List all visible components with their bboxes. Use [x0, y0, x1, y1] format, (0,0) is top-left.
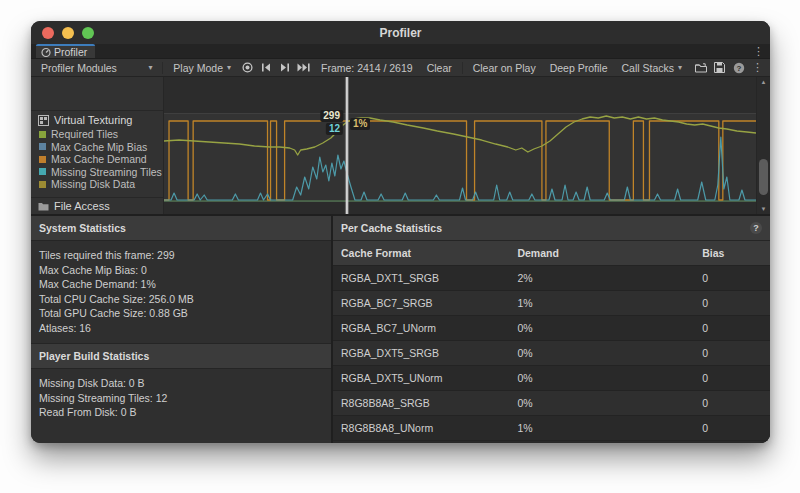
- cache-format-cell: RGBA_BC7_UNorm: [341, 322, 436, 334]
- help-icon[interactable]: ?: [750, 222, 762, 234]
- clear-on-play-label: Clear on Play: [473, 62, 536, 74]
- call-stacks-dropdown[interactable]: Call Stacks ▾: [615, 60, 688, 75]
- module-label: Virtual Texturing: [54, 114, 132, 126]
- bias-cell: 0: [702, 272, 708, 284]
- cache-format-cell: RGBA_DXT5_UNorm: [341, 372, 443, 384]
- legend-color-swatch: [39, 131, 46, 138]
- chevron-down-icon: ▾: [678, 63, 682, 72]
- zoom-button[interactable]: [82, 27, 94, 39]
- table-row[interactable]: RGBA_BC7_SRGB1%0: [333, 291, 770, 316]
- legend-label: Max Cache Demand: [51, 153, 147, 165]
- demand-cell: 1%: [517, 297, 532, 309]
- legend-item[interactable]: Required Tiles: [39, 128, 163, 141]
- chart-vertical-scrollbar[interactable]: ▲ ▼: [756, 77, 770, 214]
- legend-item[interactable]: Max Cache Demand: [39, 153, 163, 166]
- demand-cell: 1%: [517, 422, 532, 434]
- table-row[interactable]: R8G8B8A8_UNorm1%0: [333, 416, 770, 441]
- close-button[interactable]: [42, 27, 54, 39]
- stat-line: Read From Disk: 0 B: [39, 405, 323, 420]
- save-icon[interactable]: [711, 60, 728, 75]
- table-row[interactable]: R8G8B8A8_SRGB0%0: [333, 391, 770, 416]
- chevron-down-icon: ▾: [148, 63, 152, 72]
- player-build-statistics-header: Player Build Statistics: [31, 344, 331, 369]
- demand-cell: 0%: [517, 372, 532, 384]
- next-frame-button[interactable]: [277, 60, 294, 75]
- clear-button[interactable]: Clear: [421, 60, 458, 75]
- toolbar: Profiler Modules ▾ Play Mode ▾ Frame: 24…: [31, 59, 770, 77]
- per-cache-statistics-panel: Per Cache Statistics ? Cache Format Dema…: [333, 216, 770, 443]
- legend-label: Missing Streaming Tiles: [51, 166, 162, 178]
- profiler-window: Profiler Profiler ⋮ Profiler Modules ▾ P…: [31, 21, 770, 443]
- current-frame-button[interactable]: [296, 60, 313, 75]
- player-build-statistics-body: Missing Disk Data: 0 BMissing Streaming …: [31, 369, 331, 443]
- cache-format-cell: RGBA_DXT5_SRGB: [341, 347, 439, 359]
- minimize-button[interactable]: [62, 27, 74, 39]
- scrollbar-thumb[interactable]: [759, 159, 768, 195]
- cache-table-rows: RGBA_DXT1_SRGB2%0RGBA_BC7_SRGB1%0RGBA_BC…: [333, 266, 770, 441]
- vt-chart-svg: [164, 77, 756, 214]
- module-header-file-access[interactable]: File Access: [31, 197, 163, 214]
- stat-line: Missing Disk Data: 0 B: [39, 376, 323, 391]
- scroll-down-icon[interactable]: ▼: [757, 206, 770, 212]
- load-icon[interactable]: [692, 60, 709, 75]
- folder-icon: [38, 202, 49, 211]
- clear-on-play-toggle[interactable]: Clear on Play: [467, 60, 542, 75]
- traffic-lights: [42, 27, 94, 39]
- table-row[interactable]: RGBA_BC7_UNorm0%0: [333, 316, 770, 341]
- panel-title: Player Build Statistics: [39, 350, 149, 362]
- record-button[interactable]: [239, 60, 256, 75]
- help-icon[interactable]: ?: [730, 60, 747, 75]
- cache-format-cell: R8G8B8A8_SRGB: [341, 397, 430, 409]
- module-details: System Statistics Tiles required this fr…: [31, 214, 770, 443]
- profiler-modules-label: Profiler Modules: [41, 62, 117, 74]
- legend-item[interactable]: Max Cache Mip Bias: [39, 141, 163, 154]
- bias-cell: 0: [702, 372, 708, 384]
- cache-format-cell: RGBA_DXT1_SRGB: [341, 272, 439, 284]
- toolbar-kebab-menu-icon[interactable]: ⋮: [749, 60, 766, 75]
- panel-title: Per Cache Statistics: [341, 222, 442, 234]
- titlebar: Profiler: [31, 21, 770, 44]
- chevron-down-icon: ▾: [227, 63, 231, 72]
- module-header-virtual-texturing[interactable]: Virtual Texturing: [31, 111, 163, 128]
- legend-color-swatch: [39, 181, 46, 188]
- tab-profiler[interactable]: Profiler: [36, 44, 95, 58]
- vt-legend: Required TilesMax Cache Mip BiasMax Cach…: [31, 128, 163, 191]
- legend-color-swatch: [39, 168, 46, 175]
- legend-item[interactable]: Missing Disk Data: [39, 178, 163, 191]
- previous-frame-button[interactable]: [258, 60, 275, 75]
- panel-title: System Statistics: [39, 222, 126, 234]
- profiler-gauge-icon: [41, 47, 51, 57]
- bias-cell: 0: [702, 397, 708, 409]
- vt-chart[interactable]: 299121%: [164, 77, 756, 214]
- toolbar-separator: [162, 62, 163, 74]
- profiler-modules-dropdown[interactable]: Profiler Modules ▾: [35, 60, 158, 75]
- deep-profile-toggle[interactable]: Deep Profile: [544, 60, 614, 75]
- playhead-value-label: 299: [320, 110, 343, 122]
- per-cache-statistics-header: Per Cache Statistics ?: [333, 216, 770, 241]
- scroll-up-icon[interactable]: ▲: [757, 79, 770, 85]
- demand-cell: 0%: [517, 322, 532, 334]
- table-row[interactable]: RGBA_DXT5_UNorm0%0: [333, 366, 770, 391]
- stat-line: Total CPU Cache Size: 256.0 MB: [39, 292, 323, 307]
- table-filler: [333, 441, 770, 443]
- bias-cell: 0: [702, 297, 708, 309]
- table-row[interactable]: RGBA_DXT5_SRGB0%0: [333, 341, 770, 366]
- cache-table-header[interactable]: Cache Format Demand Bias: [333, 241, 770, 266]
- tab-menu-kebab-icon[interactable]: ⋮: [753, 44, 764, 58]
- play-mode-label: Play Mode: [173, 62, 223, 74]
- playhead-value-label: 12: [326, 123, 343, 135]
- column-demand[interactable]: Demand: [517, 247, 558, 259]
- stat-line: Missing Streaming Tiles: 12: [39, 391, 323, 406]
- module-label: File Access: [54, 200, 110, 212]
- legend-color-swatch: [39, 156, 46, 163]
- legend-label: Required Tiles: [51, 128, 118, 140]
- table-row[interactable]: RGBA_DXT1_SRGB2%0: [333, 266, 770, 291]
- column-cache-format[interactable]: Cache Format: [341, 247, 411, 259]
- tab-bar: Profiler ⋮: [31, 44, 770, 59]
- legend-item[interactable]: Missing Streaming Tiles: [39, 166, 163, 179]
- legend-color-swatch: [39, 143, 46, 150]
- column-bias[interactable]: Bias: [702, 247, 724, 259]
- stat-line: Tiles required this frame: 299: [39, 248, 323, 263]
- demand-cell: 2%: [517, 272, 532, 284]
- play-mode-dropdown[interactable]: Play Mode ▾: [167, 60, 237, 75]
